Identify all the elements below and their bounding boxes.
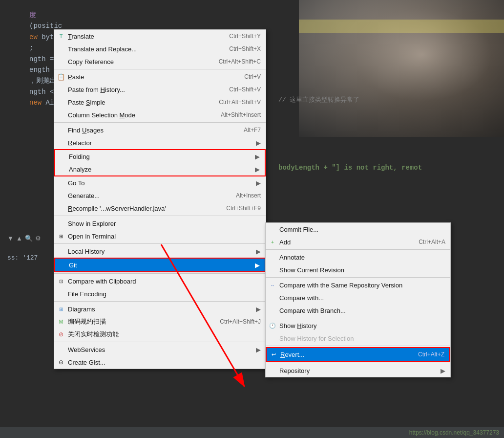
- git-menu-compare-branch[interactable]: Compare with Branch...: [266, 304, 450, 317]
- menu-item-translate[interactable]: T Translate Ctrl+Shift+Y: [54, 30, 266, 43]
- search-icon[interactable]: 🔍: [25, 235, 33, 242]
- menu-item-create-gist[interactable]: ⊙ Create Gist...: [54, 356, 266, 369]
- compare2-icon: ↔: [269, 281, 276, 289]
- git-menu-compare-same[interactable]: ↔ Compare with the Same Repository Versi…: [266, 279, 450, 291]
- menu-label: Show Current Revision: [279, 266, 344, 274]
- menu-label: Repository: [279, 367, 310, 374]
- git-menu-show-history[interactable]: 🕐 Show History: [266, 319, 450, 332]
- menu-label: Show in Explorer: [68, 220, 116, 227]
- menu-label: Open in Terminal: [68, 233, 116, 240]
- git-menu-show-history-selection[interactable]: Show History for Selection: [266, 332, 450, 345]
- diagrams-icon: ⊞: [57, 305, 65, 313]
- submenu-arrow: ▶: [256, 179, 261, 187]
- menu-label: Generate...: [68, 192, 100, 199]
- menu-item-local-history[interactable]: Local History ▶: [54, 245, 266, 258]
- settings-icon[interactable]: ⚙: [35, 235, 41, 242]
- code-ss-text: ss: '127: [0, 254, 38, 262]
- menu-label: Compare with...: [279, 294, 324, 302]
- submenu-arrow: ▶: [441, 367, 445, 374]
- menu-item-goto[interactable]: Go To ▶: [54, 176, 266, 189]
- shortcut: Alt+Insert: [226, 192, 261, 199]
- menu-item-code-scan[interactable]: M 编码规约扫描 Ctrl+Alt+Shift+J: [54, 315, 266, 328]
- menu-item-close-detect[interactable]: ⊘ 关闭实时检测功能: [54, 328, 266, 341]
- menu-separator: [266, 346, 450, 346]
- menu-separator: [54, 273, 266, 274]
- menu-item-find-usages[interactable]: Find Usages Alt+F7: [54, 124, 266, 136]
- shortcut: Ctrl+Alt+A: [409, 239, 445, 245]
- menu-item-translate-replace[interactable]: Translate and Replace... Ctrl+Shift+X: [54, 43, 266, 55]
- menu-item-analyze[interactable]: Analyze ▶: [55, 163, 265, 175]
- git-menu-commit[interactable]: Commit File...: [266, 223, 450, 236]
- git-menu-repository[interactable]: Repository ▶: [266, 364, 450, 377]
- menu-label: Folding: [69, 153, 90, 160]
- menu-label: Recompile '...wServerHandler.java': [68, 205, 166, 212]
- status-bar: https://blog.csdn.net/qq_34377273: [0, 427, 504, 438]
- menu-item-paste[interactable]: 📋 Paste Ctrl+V: [54, 70, 266, 83]
- github-icon: ⊙: [57, 358, 65, 366]
- menu-label: WebServices: [68, 346, 105, 353]
- submenu-arrow: ▶: [256, 306, 261, 313]
- shortcut: Ctrl+Shift+F9: [216, 205, 261, 212]
- menu-item-compare-clipboard[interactable]: ⊡ Compare with Clipboard: [54, 275, 266, 287]
- menu-label: Annotate: [279, 254, 305, 261]
- menu-label: File Encoding: [68, 290, 106, 298]
- menu-label: Create Gist...: [68, 359, 105, 366]
- menu-label: Copy Reference: [68, 58, 114, 66]
- menu-item-generate[interactable]: Generate... Alt+Insert: [54, 189, 266, 202]
- context-menu-primary: T Translate Ctrl+Shift+Y Translate and R…: [54, 29, 266, 369]
- menu-separator: [54, 301, 266, 302]
- status-url: https://blog.csdn.net/qq_34377273: [409, 429, 499, 436]
- shortcut: Ctrl+V: [234, 73, 261, 80]
- menu-label: Analyze: [69, 166, 91, 173]
- shortcut: Ctrl+Shift+Y: [219, 33, 261, 40]
- menu-separator: [54, 243, 266, 244]
- menu-item-show-explorer[interactable]: Show in Explorer: [54, 217, 266, 230]
- add-icon: +: [269, 238, 276, 246]
- menu-label: Translate: [68, 33, 94, 40]
- menu-label: Compare with Clipboard: [68, 278, 136, 285]
- shortcut: Alt+F7: [234, 127, 261, 133]
- menu-item-webservices[interactable]: WebServices ▶: [54, 343, 266, 356]
- code-comment: // 这里直接类型转换异常了: [278, 95, 359, 104]
- menu-label: 关闭实时检测功能: [68, 330, 119, 339]
- terminal-icon: ⊞: [57, 232, 65, 240]
- menu-item-file-encoding[interactable]: File Encoding: [54, 287, 266, 300]
- menu-item-paste-simple[interactable]: Paste Simple Ctrl+Alt+Shift+V: [54, 96, 266, 109]
- shortcut: Ctrl+Shift+V: [219, 86, 261, 93]
- shortcut: Ctrl+Alt+Z: [408, 351, 444, 358]
- down-icon[interactable]: ▼: [7, 235, 14, 242]
- close-detect-icon: ⊘: [57, 330, 65, 338]
- shortcut: Ctrl+Alt+Shift+V: [209, 99, 261, 106]
- shortcut: Ctrl+Shift+X: [219, 45, 261, 52]
- menu-label: Paste: [68, 73, 84, 81]
- translate-icon: T: [57, 32, 65, 40]
- menu-separator: [266, 277, 450, 278]
- submenu-arrow: ▶: [255, 262, 260, 269]
- menu-item-folding[interactable]: Folding ▶: [55, 150, 265, 163]
- menu-item-column-selection[interactable]: Column Selection Mode Alt+Shift+Insert: [54, 109, 266, 121]
- menu-label: Compare with the Same Repository Version: [279, 282, 402, 289]
- menu-item-refactor[interactable]: Refactor ▶: [54, 136, 266, 149]
- menu-label: Paste from History...: [68, 86, 125, 93]
- menu-item-open-terminal[interactable]: ⊞ Open in Terminal: [54, 230, 266, 242]
- menu-separator: [54, 342, 266, 342]
- git-menu-revert[interactable]: ↩ Revert... Ctrl+Alt+Z: [267, 348, 449, 361]
- menu-item-paste-history[interactable]: Paste from History... Ctrl+Shift+V: [54, 83, 266, 96]
- menu-item-copy-reference[interactable]: Copy Reference Ctrl+Alt+Shift+C: [54, 55, 266, 68]
- code-snippet: bodyLength + "] is not right, remot: [278, 164, 422, 172]
- menu-label: 编码规约扫描: [68, 317, 106, 326]
- toolbar-left: ▼ ▲ 🔍 ⚙: [7, 235, 41, 242]
- menu-separator: [54, 122, 266, 123]
- git-menu-compare-with[interactable]: Compare with...: [266, 291, 450, 304]
- menu-label: Commit File...: [279, 226, 318, 233]
- git-menu-add[interactable]: + Add Ctrl+Alt+A: [266, 236, 450, 248]
- menu-item-recompile[interactable]: Recompile '...wServerHandler.java' Ctrl+…: [54, 202, 266, 215]
- menu-item-diagrams[interactable]: ⊞ Diagrams ▶: [54, 303, 266, 315]
- up-icon[interactable]: ▲: [16, 235, 22, 242]
- menu-item-git[interactable]: Git ▶: [55, 259, 265, 271]
- menu-separator: [266, 249, 450, 250]
- git-menu-show-revision[interactable]: Show Current Revision: [266, 263, 450, 276]
- git-menu-annotate[interactable]: Annotate: [266, 251, 450, 263]
- git-submenu: Commit File... + Add Ctrl+Alt+A Annotate…: [265, 222, 451, 377]
- submenu-arrow: ▶: [255, 166, 260, 173]
